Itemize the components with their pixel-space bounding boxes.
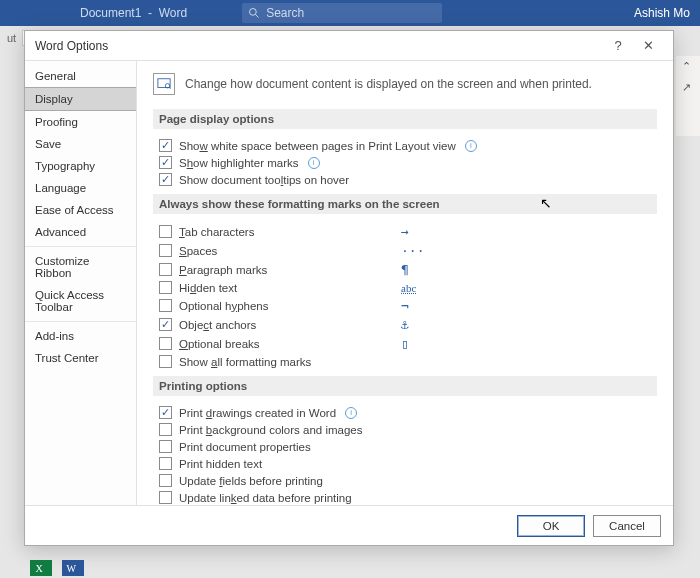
info-icon[interactable]: i	[465, 140, 477, 152]
info-icon[interactable]: i	[345, 407, 357, 419]
option-object-anchors[interactable]: Object anchors⚓	[153, 315, 443, 334]
checkbox[interactable]	[159, 299, 172, 312]
option-tab-characters[interactable]: Tab characters→	[153, 222, 443, 241]
section-formatting-marks: Always show these formatting marks on th…	[153, 194, 657, 214]
option-show-all-formatting-marks[interactable]: Show all formatting marks	[153, 353, 443, 370]
formatting-mark-symbol: ⚓	[401, 317, 441, 332]
taskbar-fragment: X W	[0, 558, 120, 578]
checkbox[interactable]	[159, 156, 172, 169]
checkbox[interactable]	[159, 474, 172, 487]
sidebar-item-ease-of-access[interactable]: Ease of Access	[25, 199, 136, 221]
checkbox[interactable]	[159, 173, 172, 186]
svg-text:W: W	[67, 563, 77, 574]
option-label: Optional hyphens	[179, 300, 269, 312]
option-label: Print document properties	[179, 441, 311, 453]
option-update-linked-data-before-printing[interactable]: Update linked data before printing	[153, 489, 657, 505]
option-label: Show highlighter marks	[179, 157, 299, 169]
option-label: Show white space between pages in Print …	[179, 140, 456, 152]
checkbox[interactable]	[159, 318, 172, 331]
option-update-fields-before-printing[interactable]: Update fields before printing	[153, 472, 657, 489]
option-label: Paragraph marks	[179, 264, 267, 276]
checkbox[interactable]	[159, 281, 172, 294]
option-label: Show document tooltips on hover	[179, 174, 349, 186]
checkbox[interactable]	[159, 440, 172, 453]
sidebar-item-advanced[interactable]: Advanced	[25, 221, 136, 243]
formatting-mark-symbol: ···	[401, 243, 441, 258]
right-pane-controls: ⌃ ↗	[676, 56, 700, 136]
option-optional-breaks[interactable]: Optional breaks▯	[153, 334, 443, 353]
search-box[interactable]: Search	[242, 3, 442, 23]
checkbox[interactable]	[159, 263, 172, 276]
option-print-background-colors-and-images[interactable]: Print background colors and images	[153, 421, 657, 438]
option-print-hidden-text[interactable]: Print hidden text	[153, 455, 657, 472]
checkbox[interactable]	[159, 423, 172, 436]
option-hidden-text[interactable]: Hidden textabc	[153, 279, 443, 296]
formatting-mark-symbol: ¬	[401, 298, 441, 313]
svg-rect-2	[158, 79, 170, 88]
excel-icon[interactable]: X	[30, 560, 52, 576]
sidebar-item-quick-access-toolbar[interactable]: Quick Access Toolbar	[25, 284, 136, 318]
option-label: Spaces	[179, 245, 217, 257]
formatting-mark-symbol: →	[401, 224, 441, 239]
sidebar-item-add-ins[interactable]: Add-ins	[25, 321, 136, 347]
ok-button[interactable]: OK	[517, 515, 585, 537]
options-sidebar: GeneralDisplayProofingSaveTypographyLang…	[25, 61, 137, 505]
checkbox[interactable]	[159, 491, 172, 504]
info-icon[interactable]: i	[308, 157, 320, 169]
option-label: Object anchors	[179, 319, 256, 331]
checkbox[interactable]	[159, 355, 172, 368]
option-show-highlighter-marks[interactable]: Show highlighter marksi	[153, 154, 657, 171]
option-label: Hidden text	[179, 282, 237, 294]
sidebar-item-customize-ribbon[interactable]: Customize Ribbon	[25, 246, 136, 284]
option-paragraph-marks[interactable]: Paragraph marks¶	[153, 260, 443, 279]
svg-line-1	[256, 15, 259, 18]
dialog-title-text: Word Options	[35, 39, 108, 53]
sidebar-item-proofing[interactable]: Proofing	[25, 111, 136, 133]
checkbox[interactable]	[159, 337, 172, 350]
checkbox[interactable]	[159, 139, 172, 152]
formatting-mark-symbol: ¶	[401, 262, 441, 277]
option-show-document-tooltips-on-hover[interactable]: Show document tooltips on hover	[153, 171, 657, 188]
options-content: Change how document content is displayed…	[137, 61, 673, 505]
formatting-mark-symbol: abc	[401, 282, 441, 294]
option-label: Update linked data before printing	[179, 492, 352, 504]
word-options-dialog: Word Options ? ✕ GeneralDisplayProofingS…	[24, 30, 674, 546]
word-icon[interactable]: W	[62, 560, 84, 576]
help-button[interactable]: ?	[603, 38, 633, 53]
dialog-footer: OK Cancel	[25, 505, 673, 545]
sidebar-item-display[interactable]: Display	[25, 87, 136, 111]
section-page-display: Page display options	[153, 109, 657, 129]
option-optional-hyphens[interactable]: Optional hyphens¬	[153, 296, 443, 315]
sidebar-item-general[interactable]: General	[25, 65, 136, 87]
checkbox[interactable]	[159, 406, 172, 419]
option-label: Update fields before printing	[179, 475, 323, 487]
section-printing: Printing options	[153, 376, 657, 396]
option-print-drawings-created-in-word[interactable]: Print drawings created in Wordi	[153, 404, 657, 421]
sidebar-item-typography[interactable]: Typography	[25, 155, 136, 177]
option-spaces[interactable]: Spaces···	[153, 241, 443, 260]
option-show-white-space-between-pages-in-print-layout-view[interactable]: Show white space between pages in Print …	[153, 137, 657, 154]
option-label: Optional breaks	[179, 338, 260, 350]
svg-text:X: X	[36, 563, 44, 574]
checkbox[interactable]	[159, 225, 172, 238]
sidebar-item-trust-center[interactable]: Trust Center	[25, 347, 136, 369]
cancel-button[interactable]: Cancel	[593, 515, 661, 537]
search-icon	[248, 7, 260, 19]
sidebar-item-language[interactable]: Language	[25, 177, 136, 199]
option-label: Show all formatting marks	[179, 356, 311, 368]
app-titlebar: Document1 - Word Search Ashish Mo	[0, 0, 700, 26]
option-label: Tab characters	[179, 226, 254, 238]
formatting-mark-symbol: ▯	[401, 336, 441, 351]
svg-point-0	[250, 9, 257, 16]
option-label: Print hidden text	[179, 458, 262, 470]
checkbox[interactable]	[159, 457, 172, 470]
user-name[interactable]: Ashish Mo	[634, 6, 690, 20]
content-heading: Change how document content is displayed…	[153, 73, 657, 95]
option-label: Print drawings created in Word	[179, 407, 336, 419]
checkbox[interactable]	[159, 244, 172, 257]
document-title: Document1 - Word	[80, 6, 187, 20]
close-button[interactable]: ✕	[633, 38, 663, 53]
option-print-document-properties[interactable]: Print document properties	[153, 438, 657, 455]
display-icon	[153, 73, 175, 95]
sidebar-item-save[interactable]: Save	[25, 133, 136, 155]
